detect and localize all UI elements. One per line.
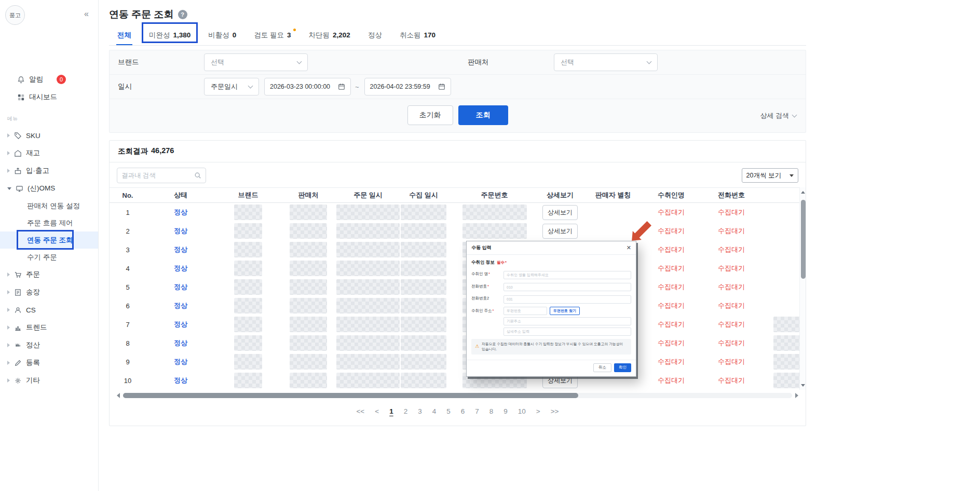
tab-blocked[interactable]: 차단됨 2,202 xyxy=(308,25,351,45)
sidebar-item-order[interactable]: 주문 xyxy=(0,266,98,283)
zip-search-button[interactable]: 우편번호 찾기 xyxy=(550,307,580,315)
sidebar-item-sku[interactable]: SKU xyxy=(0,127,98,144)
horizontal-scrollbar[interactable] xyxy=(116,392,799,399)
recipient-name-input[interactable] xyxy=(503,271,631,279)
sidebar-subitem-channel-link-settings[interactable]: 판매처 연동 설정 xyxy=(0,197,98,214)
pagination-page[interactable]: 10 xyxy=(518,407,526,415)
scroll-up-arrow-icon[interactable] xyxy=(800,188,806,196)
search-button[interactable]: 조회 xyxy=(458,105,508,125)
pagination-last[interactable]: >> xyxy=(551,407,559,415)
tab-normal[interactable]: 정상 xyxy=(367,25,383,45)
phone2-input[interactable] xyxy=(503,295,631,304)
sidebar-item-cs[interactable]: CS xyxy=(0,301,98,319)
horizontal-scrollbar-track[interactable] xyxy=(123,393,792,398)
reset-button[interactable]: 초기화 xyxy=(407,105,453,125)
detail-button[interactable]: 상세보기 xyxy=(542,205,578,220)
tab-review-needed[interactable]: 검토 필요 3 xyxy=(253,25,292,45)
address-base-input[interactable] xyxy=(503,317,631,325)
vertical-scrollbar-thumb[interactable] xyxy=(801,200,806,279)
sidebar-item-settlement[interactable]: 정산 xyxy=(0,336,98,354)
brand-select[interactable]: 선택 xyxy=(204,53,308,71)
recipient-pending-link[interactable]: 수집대기 xyxy=(658,338,685,348)
tab-incomplete[interactable]: 미완성 1,380 xyxy=(148,25,192,45)
recipient-pending-link[interactable]: 수집대기 xyxy=(658,264,685,273)
sidebar-subitem-order-flow-control[interactable]: 주문 흐름 제어 xyxy=(0,214,98,231)
status-tabs: 전체 미완성 1,380 비활성 0 검토 필요 3 차단됨 xyxy=(109,25,806,46)
page-size-select[interactable]: 20개씩 보기 xyxy=(742,168,798,183)
recipient-pending-link[interactable]: 수집대기 xyxy=(658,357,685,366)
sidebar-item-inventory[interactable]: 재고 xyxy=(0,144,98,162)
pagination-page[interactable]: 8 xyxy=(489,407,494,415)
scroll-left-arrow-icon[interactable] xyxy=(116,393,121,398)
sidebar-item-inout[interactable]: 입·출고 xyxy=(0,162,98,180)
notifications-badge: 0 xyxy=(57,75,66,84)
confirm-button[interactable]: 확인 xyxy=(614,363,631,372)
phone-pending-link[interactable]: 수집대기 xyxy=(718,301,745,310)
sidebar-item-invoice[interactable]: 송장 xyxy=(0,283,98,301)
scroll-right-arrow-icon[interactable] xyxy=(794,393,799,398)
search-icon[interactable] xyxy=(194,172,201,179)
sidebar-item-trend[interactable]: 트렌드 xyxy=(0,319,98,336)
advanced-search-toggle[interactable]: 상세 검색 xyxy=(760,111,796,120)
pagination-page[interactable]: 9 xyxy=(503,407,508,415)
pagination-prev[interactable]: < xyxy=(375,407,379,415)
cell-detail: 상세보기 xyxy=(542,222,578,240)
seller-select[interactable]: 선택 xyxy=(554,53,658,71)
cancel-button[interactable]: 취소 xyxy=(593,363,611,372)
recipient-pending-link[interactable]: 수집대기 xyxy=(658,245,685,254)
date-to-input[interactable]: 2026-04-02 23:59:59 xyxy=(364,78,451,96)
logo[interactable]: 품고 xyxy=(5,5,25,25)
cell-recipient: 수집대기 xyxy=(648,259,695,278)
phone-pending-link[interactable]: 수집대기 xyxy=(718,320,745,329)
sidebar-collapse-icon[interactable]: « xyxy=(84,9,89,19)
horizontal-scrollbar-thumb[interactable] xyxy=(123,393,578,398)
tab-cancelled[interactable]: 취소됨 170 xyxy=(399,25,437,45)
pagination-next[interactable]: > xyxy=(536,407,540,415)
tab-all[interactable]: 전체 xyxy=(116,25,132,45)
phone-pending-link[interactable]: 수집대기 xyxy=(718,282,745,292)
phone-pending-link[interactable]: 수집대기 xyxy=(718,357,745,366)
recipient-pending-link[interactable]: 수집대기 xyxy=(658,376,685,385)
col-header-collect-date: 수집 일시 xyxy=(400,188,447,202)
phone-pending-link[interactable]: 수집대기 xyxy=(718,208,745,217)
sidebar-item-oms[interactable]: (신)OMS xyxy=(0,180,98,197)
scroll-down-arrow-icon[interactable] xyxy=(800,381,806,389)
address-detail-input[interactable] xyxy=(503,328,631,336)
recipient-pending-link[interactable]: 수집대기 xyxy=(658,301,685,310)
vertical-scrollbar[interactable] xyxy=(799,187,806,390)
pagination-page[interactable]: 6 xyxy=(461,407,465,415)
date-type-select[interactable]: 주문일시 xyxy=(204,78,259,96)
phone1-input[interactable] xyxy=(503,283,631,291)
detail-button[interactable]: 상세보기 xyxy=(542,224,578,239)
recipient-pending-link[interactable]: 수집대기 xyxy=(658,282,685,292)
close-icon[interactable]: ✕ xyxy=(627,245,631,251)
date-from-input[interactable]: 2026-03-23 00:00:00 xyxy=(264,78,351,96)
pagination-page[interactable]: 1 xyxy=(389,407,393,415)
pagination-page[interactable]: 3 xyxy=(418,407,422,415)
sidebar-item-register[interactable]: 등록 xyxy=(0,354,98,372)
cell-brand xyxy=(215,315,281,334)
recipient-pending-link[interactable]: 수집대기 xyxy=(658,226,685,236)
sidebar-subitem-linked-order-search[interactable]: 연동 주문 조회 xyxy=(0,231,98,249)
recipient-pending-link[interactable]: 수집대기 xyxy=(658,320,685,329)
sidebar-item-etc[interactable]: 기타 xyxy=(0,372,98,389)
pagination-page[interactable]: 4 xyxy=(432,407,437,415)
sidebar-item-notifications[interactable]: 알림 0 xyxy=(0,71,98,88)
phone-pending-link[interactable]: 수집대기 xyxy=(718,338,745,348)
pagination-page[interactable]: 7 xyxy=(475,407,479,415)
help-icon[interactable]: ? xyxy=(178,10,187,19)
pagination-page[interactable]: 5 xyxy=(446,407,451,415)
pagination-page[interactable]: 2 xyxy=(404,407,408,415)
sidebar-subitem-manual-order[interactable]: 수기 주문 xyxy=(0,249,98,266)
sidebar-item-dashboard[interactable]: 대시보드 xyxy=(0,88,98,106)
phone-pending-link[interactable]: 수집대기 xyxy=(718,226,745,236)
pagination-first[interactable]: << xyxy=(356,407,364,415)
recipient-pending-link[interactable]: 수집대기 xyxy=(658,208,685,217)
cell-row-number: 2 xyxy=(110,222,146,240)
phone-pending-link[interactable]: 수집대기 xyxy=(718,245,745,254)
phone-pending-link[interactable]: 수집대기 xyxy=(718,264,745,273)
tab-inactive[interactable]: 비활성 0 xyxy=(207,25,237,45)
phone-pending-link[interactable]: 수집대기 xyxy=(718,376,745,385)
zip-code-input[interactable] xyxy=(503,307,547,315)
results-search-input[interactable] xyxy=(121,172,194,179)
